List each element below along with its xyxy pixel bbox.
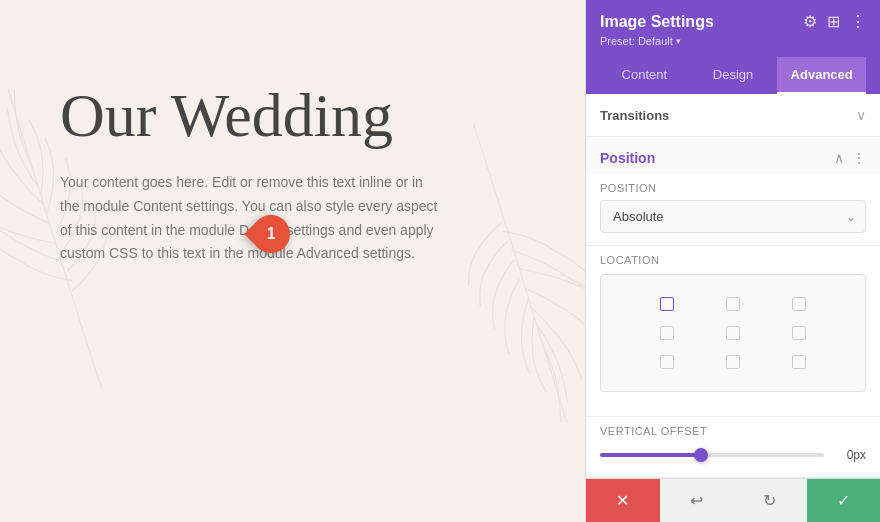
transitions-section[interactable]: Transitions ∨: [586, 94, 880, 137]
transitions-label: Transitions: [600, 108, 669, 123]
cancel-button[interactable]: ✕: [586, 479, 660, 522]
panel-header-top: Image Settings ⚙ ⊞ ⋮: [600, 12, 866, 31]
settings-panel: Image Settings ⚙ ⊞ ⋮ Preset: Default ▾ C…: [585, 0, 880, 522]
content-text-area: Our Wedding Your content goes here. Edit…: [0, 0, 585, 326]
wedding-title: Our Wedding: [60, 80, 525, 151]
vertical-offset-section: Vertical Offset 0px: [586, 417, 880, 477]
slider-value: 0px: [834, 448, 866, 462]
panel-title: Image Settings: [600, 13, 714, 31]
location-bottom-left[interactable]: [660, 355, 674, 369]
cancel-icon: ✕: [616, 491, 629, 510]
save-icon: ✓: [837, 491, 850, 510]
position-label: Position: [600, 150, 655, 166]
more-options-icon[interactable]: ⋮: [850, 12, 866, 31]
slider-fill: [600, 453, 701, 457]
tab-advanced[interactable]: Advanced: [777, 57, 866, 94]
panel-footer: ✕ ↩ ↻ ✓: [586, 478, 880, 522]
position-section-icons: ∧ ⋮: [834, 150, 866, 166]
location-field-group: Location: [586, 246, 880, 417]
location-middle-left[interactable]: [660, 326, 674, 340]
position-select[interactable]: Absolute: [600, 200, 866, 233]
panel-header: Image Settings ⚙ ⊞ ⋮ Preset: Default ▾ C…: [586, 0, 880, 94]
location-middle-right[interactable]: [792, 326, 806, 340]
slider-thumb[interactable]: [694, 448, 708, 462]
reset-icon: ↩: [690, 491, 703, 510]
content-area: Our Wedding Your content goes here. Edit…: [0, 0, 585, 522]
wedding-body: Your content goes here. Edit or remove t…: [60, 171, 440, 266]
preset-label[interactable]: Preset: Default ▾: [600, 35, 866, 47]
slider-track: [600, 453, 824, 457]
position-collapse-icon[interactable]: ∧: [834, 150, 844, 166]
transitions-collapse-icon: ∨: [856, 107, 866, 123]
position-field-label: Position: [600, 182, 866, 194]
step-number: 1: [267, 225, 276, 243]
location-bottom-center[interactable]: [726, 355, 740, 369]
reset-button[interactable]: ↩: [660, 479, 734, 522]
preset-arrow-icon: ▾: [676, 36, 681, 46]
location-grid[interactable]: [600, 274, 866, 392]
panel-body: Transitions ∨ Position ∧ ⋮ Position Abso…: [586, 94, 880, 478]
location-middle-center[interactable]: [726, 326, 740, 340]
save-button[interactable]: ✓: [807, 479, 881, 522]
tab-content[interactable]: Content: [600, 57, 689, 94]
position-section: Position ∧ ⋮ Position Absolute ⌄ Locatio: [586, 137, 880, 478]
redo-button[interactable]: ↻: [733, 479, 807, 522]
vertical-offset-label: Vertical Offset: [600, 425, 866, 437]
location-top-center[interactable]: [726, 297, 740, 311]
columns-icon[interactable]: ⊞: [827, 12, 840, 31]
settings-icon[interactable]: ⚙: [803, 12, 817, 31]
location-label: Location: [600, 254, 866, 266]
position-section-header: Position ∧ ⋮: [586, 137, 880, 174]
position-field-group: Position Absolute ⌄: [586, 174, 880, 246]
location-top-right[interactable]: [792, 297, 806, 311]
panel-header-icons: ⚙ ⊞ ⋮: [803, 12, 866, 31]
position-more-icon[interactable]: ⋮: [852, 150, 866, 166]
preset-text: Preset: Default: [600, 35, 673, 47]
tab-design[interactable]: Design: [689, 57, 778, 94]
location-bottom-right[interactable]: [792, 355, 806, 369]
redo-icon: ↻: [763, 491, 776, 510]
slider-wrapper[interactable]: [600, 445, 824, 465]
location-top-left[interactable]: [660, 297, 674, 311]
position-select-wrapper: Absolute ⌄: [600, 200, 866, 233]
slider-row: 0px: [600, 445, 866, 465]
panel-tabs: Content Design Advanced: [600, 57, 866, 94]
